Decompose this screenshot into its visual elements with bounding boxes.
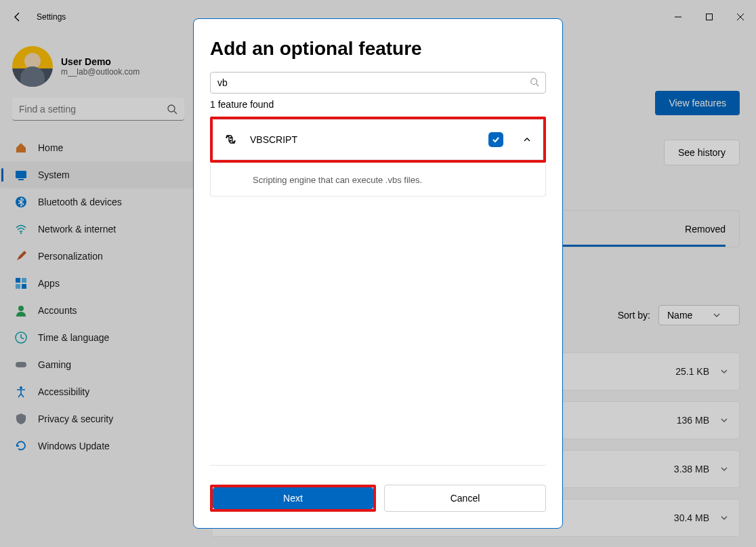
cancel-button[interactable]: Cancel	[384, 485, 546, 512]
svg-point-16	[531, 79, 537, 85]
dialog-search-box	[210, 72, 546, 94]
next-button[interactable]: Next	[213, 487, 373, 509]
svg-line-17	[537, 84, 539, 87]
puzzle-icon	[224, 133, 238, 146]
feature-description: Scripting engine that can execute .vbs f…	[210, 164, 546, 197]
feature-item[interactable]: VBSCRIPT	[213, 119, 543, 160]
dialog-title: Add an optional feature	[210, 38, 546, 60]
highlight-box: Next	[210, 485, 376, 512]
search-icon	[530, 77, 539, 87]
add-feature-dialog: Add an optional feature 1 feature found …	[193, 18, 563, 529]
feature-name: VBSCRIPT	[250, 134, 476, 145]
feature-checkbox[interactable]	[488, 132, 503, 147]
dialog-search-input[interactable]	[210, 72, 546, 94]
found-label: 1 feature found	[210, 99, 546, 110]
check-icon	[491, 135, 501, 144]
chevron-up-icon[interactable]	[522, 135, 532, 144]
highlight-box: VBSCRIPT	[210, 117, 546, 163]
